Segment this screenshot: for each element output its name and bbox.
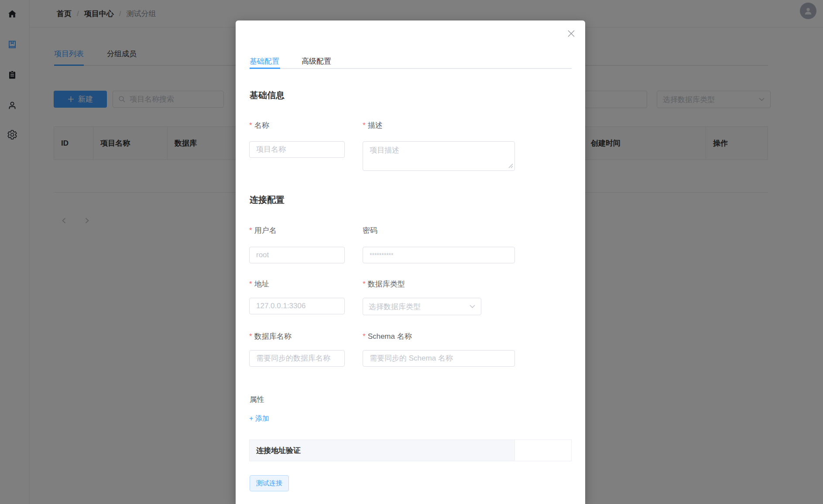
attr-header-connection-validation: 连接地址验证 <box>250 440 514 461</box>
section-connection-config: 连接配置 <box>250 194 285 206</box>
project-config-dialog: 基础配置 高级配置 基础信息 * 名称 * 描述 连接配置 * 用户名 密码 <box>236 20 585 504</box>
required-mark: * <box>249 121 252 130</box>
section-attributes: 属性 <box>250 395 264 405</box>
attr-header-empty-cell <box>514 440 571 461</box>
chevron-down-icon <box>470 305 475 308</box>
add-attribute-button[interactable]: + 添加 <box>249 414 269 423</box>
password-input[interactable] <box>363 247 515 263</box>
required-mark: * <box>363 332 366 341</box>
dialog-close-button[interactable] <box>566 28 576 39</box>
required-mark: * <box>249 280 252 289</box>
section-basic-info: 基础信息 <box>250 89 285 101</box>
description-textarea[interactable] <box>363 141 515 171</box>
attributes-table: 连接地址验证 <box>249 439 572 461</box>
close-icon <box>567 30 575 37</box>
db-type-select[interactable]: 选择数据库类型 <box>363 298 481 315</box>
dialog-tabs-divider <box>250 68 572 69</box>
schema-name-input[interactable] <box>363 350 515 367</box>
db-type-select-placeholder: 选择数据库类型 <box>369 302 421 312</box>
name-input[interactable] <box>249 141 345 158</box>
db-name-input[interactable] <box>249 350 345 367</box>
field-label-name: * 名称 <box>249 120 269 130</box>
dialog-tab-basic-config[interactable]: 基础配置 <box>250 56 279 66</box>
field-label-username: * 用户名 <box>249 225 277 235</box>
required-mark: * <box>363 121 366 130</box>
required-mark: * <box>363 280 366 289</box>
field-label-description: * 描述 <box>363 120 383 130</box>
test-connection-button[interactable]: 测试连接 <box>250 475 289 491</box>
screen: 首页 / 项目中心 / 测试分组 项目列表 分组成员 新建 选择数据库类型 ID… <box>0 0 823 504</box>
field-label-address: * 地址 <box>249 279 269 289</box>
description-field <box>363 141 515 171</box>
field-label-schema-name: * Schema 名称 <box>363 331 412 341</box>
username-input[interactable] <box>249 247 345 263</box>
dialog-tab-advanced-config[interactable]: 高级配置 <box>302 56 331 66</box>
resize-grip-icon[interactable] <box>508 163 513 168</box>
field-label-db-type: * 数据库类型 <box>363 279 405 289</box>
dialog-active-tab-indicator <box>250 68 280 69</box>
field-label-db-name: * 数据库名称 <box>249 331 291 341</box>
required-mark: * <box>249 332 252 341</box>
required-mark: * <box>249 226 252 235</box>
address-input[interactable] <box>249 298 345 314</box>
field-label-password: 密码 <box>363 225 377 235</box>
